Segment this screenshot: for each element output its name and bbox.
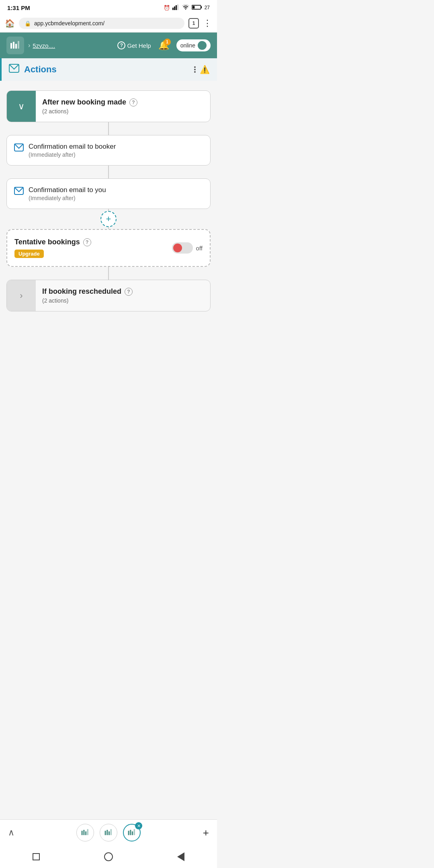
svg-rect-5 [201,6,201,8]
email-icon-1 [14,143,24,154]
chevron-down-icon: ∨ [18,101,25,112]
actions-email-icon [9,64,19,75]
reschedule-content: If booking rescheduled ? (2 actions) [36,280,210,311]
warning-icon: ⚠️ [200,65,210,74]
alarm-icon: ⏰ [164,5,170,11]
svg-rect-6 [192,6,194,8]
home-icon[interactable]: 🏠 [5,18,15,28]
trigger-collapse-button[interactable]: ∨ [7,91,36,122]
tab-button[interactable]: 1 [188,18,199,29]
status-icons: ⏰ 27 [164,4,210,11]
more-menu-icon[interactable]: ⋮ [203,18,212,29]
tentative-card: Tentative bookings ? Upgrade off [6,229,211,267]
svg-rect-8 [13,42,14,49]
online-label: online [180,42,195,49]
reschedule-help-icon[interactable]: ? [125,288,133,296]
svg-rect-2 [176,5,177,10]
help-button[interactable]: ? Get Help [117,41,151,49]
svg-rect-7 [10,43,12,49]
status-time: 1:31 PM [7,4,30,11]
svg-rect-3 [177,4,178,10]
breadcrumb-chevron: › [28,42,30,49]
app-header: › 5zvzo.... ? Get Help 🔔 1 online [0,33,217,58]
app-logo[interactable] [6,37,24,54]
trigger-content: After new booking made ? (2 actions) [36,91,210,122]
connector-line-3 [108,267,109,280]
toggle-track[interactable] [172,242,193,254]
plus-icon: + [106,214,111,224]
breadcrumb-link[interactable]: 5zvzo.... [33,42,55,49]
action-texts-2: Confirmation email to you (Immediately a… [29,186,106,201]
page-header: Actions ⚠️ [0,58,217,81]
toggle-thumb [173,244,182,252]
reschedule-block[interactable]: › If booking rescheduled ? (2 actions) [6,280,211,311]
svg-rect-1 [174,6,175,10]
action-card-2[interactable]: Confirmation email to you (Immediately a… [6,178,211,209]
add-action-button[interactable]: + [100,211,117,227]
status-bar: 1:31 PM ⏰ [0,0,217,14]
browser-bar: 🏠 🔒 app.ycbmdevelopment.com/ 1 ⋮ [0,14,217,33]
svg-rect-9 [15,44,17,49]
tentative-help-icon[interactable]: ? [83,238,91,246]
url-box[interactable]: 🔒 app.ycbmdevelopment.com/ [19,18,184,29]
action-title-2: Confirmation email to you [29,186,106,194]
url-text: app.ycbmdevelopment.com/ [34,20,104,27]
battery-icon [192,4,202,11]
trigger-block[interactable]: ∨ After new booking made ? (2 actions) [6,90,211,122]
reschedule-subtitle: (2 actions) [42,297,204,304]
email-icon-2 [14,187,24,197]
signal-icon [172,4,180,11]
help-icon: ? [117,41,125,49]
wifi-icon [182,4,189,11]
tentative-title: Tentative bookings ? [14,238,91,246]
online-toggle[interactable]: online [176,39,211,51]
connector-line-2 [108,166,109,178]
toggle-label: off [196,245,203,252]
page-header-actions: ⚠️ [194,65,210,74]
action-title-1: Confirmation email to booker [29,143,116,151]
main-content: ∨ After new booking made ? (2 actions) C… [0,81,217,319]
breadcrumb: › 5zvzo.... [28,42,113,49]
action-subtitle-1: (Immediately after) [29,151,116,158]
reschedule-expand-button[interactable]: › [7,280,36,311]
more-options-button[interactable] [194,66,196,73]
page-title: Actions [24,64,189,75]
connector-line [108,122,109,135]
lock-icon: 🔒 [25,20,31,27]
action-texts-1: Confirmation email to booker (Immediatel… [29,143,116,158]
tentative-toggle[interactable]: off [172,242,203,254]
reschedule-title: If booking rescheduled ? [42,287,204,296]
trigger-title: After new booking made ? [42,98,204,106]
trigger-help-icon[interactable]: ? [129,98,137,106]
upgrade-badge[interactable]: Upgrade [14,250,44,258]
action-card-1[interactable]: Confirmation email to booker (Immediatel… [6,135,211,166]
toggle-circle [198,41,207,50]
action-subtitle-2: (Immediately after) [29,195,106,201]
svg-rect-10 [18,41,19,49]
trigger-subtitle: (2 actions) [42,108,204,115]
notification-badge: 1 [164,39,171,45]
help-label: Get Help [127,42,151,49]
svg-rect-0 [172,8,174,10]
battery-level: 27 [205,5,210,10]
add-action-container: + [6,209,211,229]
chevron-right-icon: › [20,291,23,301]
notification-button[interactable]: 🔔 1 [158,40,169,51]
tentative-left: Tentative bookings ? Upgrade [14,238,91,258]
